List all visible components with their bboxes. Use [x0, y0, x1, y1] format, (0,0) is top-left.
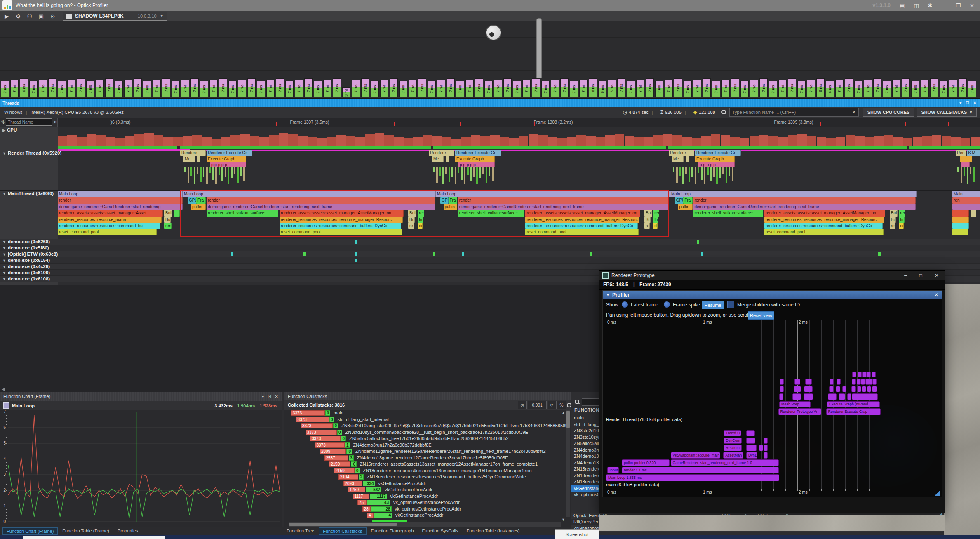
frame-minibar[interactable]: 7 ms: [77, 78, 85, 97]
frame-minibar[interactable]: 7 ms: [58, 81, 66, 97]
callstack-self-bar[interactable]: 334: [363, 481, 375, 486]
frame-minibar[interactable]: 7 ms: [39, 80, 47, 97]
flame-bar[interactable]: [858, 372, 862, 377]
frame-minibar[interactable]: 7 ms: [845, 78, 853, 97]
frame-minibar[interactable]: 7 ms: [96, 80, 104, 97]
frame-minibar[interactable]: 7 ms: [703, 78, 711, 97]
thread-row[interactable]: ▼demo.exe (0x4c28): [0, 264, 980, 270]
timeline-span[interactable]: Execute Graph: [207, 156, 246, 162]
callstack-count-bar[interactable]: 3373: [310, 436, 341, 441]
timeline-span[interactable]: Ren: [956, 150, 966, 156]
docs-icon[interactable]: ▤: [900, 2, 905, 9]
frame-minibar[interactable]: 7 ms: [276, 78, 284, 97]
panel-dropdown-icon[interactable]: ▾: [959, 101, 961, 105]
right-dock-tab[interactable]: Function SysCalls: [418, 527, 462, 535]
right-dock-tab[interactable]: Function Callstacks: [319, 527, 366, 535]
frame-minibar[interactable]: 7 ms: [740, 81, 749, 97]
frame-minibar[interactable]: 6 ms: [816, 78, 825, 97]
flame-bar[interactable]: [804, 393, 813, 400]
flame-bar[interactable]: [852, 379, 856, 385]
frame-minibar[interactable]: 7 ms: [731, 78, 739, 97]
thread-filter-input[interactable]: Thread Name: [6, 118, 52, 126]
callstack-self-bar[interactable]: 4: [374, 513, 392, 518]
callstack-function-name[interactable]: vkGetInstanceProcAddr: [378, 481, 426, 486]
frame-minibar[interactable]: 7 ms: [238, 80, 246, 97]
flame-bar[interactable]: [804, 386, 813, 392]
timeline-span[interactable]: renderer_resources::resources::resource_…: [764, 217, 884, 223]
frame-minibar[interactable]: 7 ms: [399, 81, 407, 97]
frame-minibar[interactable]: 7 ms: [911, 81, 919, 97]
frame-minibar[interactable]: 7 ms: [560, 78, 569, 97]
timeline-span[interactable]: [197, 156, 200, 162]
timeline-span[interactable]: p p p p p: [210, 162, 246, 167]
frame-minibar[interactable]: 3 ms: [342, 87, 350, 97]
timeline-span[interactable]: Me: [432, 156, 444, 162]
frame-minibar[interactable]: 7 ms: [883, 81, 891, 97]
frame-minibar[interactable]: 6 ms: [598, 81, 606, 97]
timeline-span[interactable]: Execute Graph: [695, 156, 735, 162]
frame-ruler-section[interactable]: Frame 1309 (3.8ms): [670, 118, 917, 127]
flame-bar[interactable]: [829, 386, 834, 392]
frame-minibar[interactable]: 7 ms: [380, 80, 388, 97]
frame-minibar[interactable]: 7 ms: [655, 81, 663, 97]
flame-bar[interactable]: [764, 438, 768, 444]
v-scrollbar[interactable]: [566, 410, 570, 517]
timeline-span[interactable]: p p p p p: [698, 162, 735, 167]
frame-minibar[interactable]: 7 ms: [968, 81, 976, 97]
frame-minibar[interactable]: 7 ms: [181, 80, 189, 97]
search-icon[interactable]: [574, 399, 579, 405]
flame-bar[interactable]: [852, 372, 856, 377]
timeline-span[interactable]: Fra: [683, 197, 692, 204]
timeline-span[interactable]: Bu: [890, 217, 896, 223]
timeline-span[interactable]: Main Loop: [58, 191, 183, 197]
panel-resize-grip[interactable]: [935, 490, 940, 496]
left-dock-tab[interactable]: Properties: [114, 527, 142, 535]
callstack-function-name[interactable]: ZN4demo13game_renderer12GameRenderer26st…: [355, 449, 546, 454]
frame-minibar[interactable]: 7 ms: [636, 80, 644, 97]
callstack-self-bar[interactable]: 1: [345, 442, 350, 448]
callstack-function-name[interactable]: ZN5alloc5alloc8box_free17h01e28d05b6d9a5…: [349, 436, 509, 441]
close-button[interactable]: ✕: [970, 2, 974, 9]
frame-minibar[interactable]: 7 ms: [684, 81, 692, 97]
timeline-span[interactable]: Buil: [164, 210, 172, 217]
flame-bar[interactable]: [857, 386, 861, 392]
function-column-header[interactable]: FUNCTION: [574, 407, 599, 412]
frame-ruler-section[interactable]: Frame 1307 (3.5ms): [183, 118, 436, 127]
timeline-span[interactable]: Buil: [890, 210, 898, 217]
frame-minibar[interactable]: 7 ms: [323, 80, 331, 97]
frame-minibar[interactable]: 7 ms: [67, 80, 75, 97]
timeline-span[interactable]: Rendere: [180, 150, 206, 156]
timeline-span[interactable]: [971, 210, 976, 217]
callstack-function-name[interactable]: vkGetInstanceProcAddr: [390, 494, 438, 499]
timeline-span[interactable]: [952, 229, 968, 235]
frame-minibar[interactable]: 7 ms: [29, 81, 38, 97]
timeline-span[interactable]: Execute Graph: [455, 156, 495, 162]
frame-minibar[interactable]: 7 ms: [447, 78, 455, 97]
pin-icon[interactable]: ⊡: [268, 394, 271, 399]
callstack-function-name[interactable]: main: [334, 410, 343, 415]
callstack-function-name[interactable]: ZN15renderer_assets6assets13asset_manage…: [360, 461, 538, 466]
frame-minibar[interactable]: 7 ms: [124, 80, 132, 97]
timeline-span[interactable]: re: [890, 223, 895, 229]
timeline-span[interactable]: Renderer Execute Gr: [455, 150, 501, 156]
callstack-count-bar[interactable]: 3373: [291, 410, 325, 416]
callstack-count-bar[interactable]: 2159: [329, 461, 350, 467]
flame-bar[interactable]: [746, 430, 755, 436]
frame-minibar[interactable]: 7 ms: [437, 80, 445, 97]
frame-minibar[interactable]: 7 ms: [940, 81, 948, 97]
frame-minibar[interactable]: 7 ms: [352, 80, 360, 97]
flame-bar[interactable]: [830, 379, 834, 385]
frame-minibar[interactable]: 7 ms: [172, 81, 180, 97]
flame-bar[interactable]: [847, 393, 851, 400]
thread-row[interactable]: ▼[Optick] ETW (0x63c8): [0, 251, 980, 257]
callstack-self-bar[interactable]: 0: [329, 417, 334, 422]
timeline-span[interactable]: demo::game_renderer::GameRenderer::start…: [58, 204, 183, 210]
frame-minibar[interactable]: 7 ms: [854, 81, 862, 97]
callstack-self-bar[interactable]: 43: [367, 500, 390, 505]
thread-row[interactable]: ▼demo.exe (0x6154): [0, 257, 980, 264]
frame-minibar[interactable]: 7 ms: [465, 80, 474, 97]
frame-minibar[interactable]: 7 ms: [579, 80, 588, 97]
frame-minibar[interactable]: 7 ms: [930, 78, 938, 97]
close-button[interactable]: ✕: [935, 273, 939, 278]
flame-bar[interactable]: [857, 379, 861, 385]
